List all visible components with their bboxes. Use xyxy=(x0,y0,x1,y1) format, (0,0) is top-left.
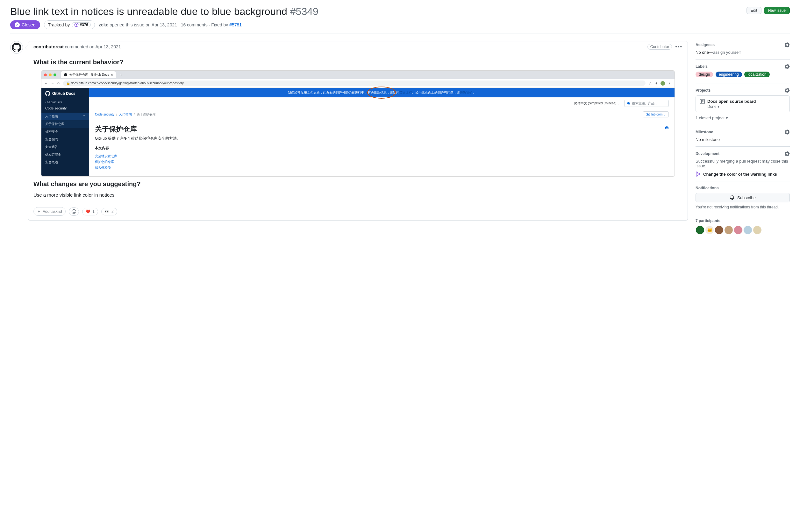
octocat-icon xyxy=(12,43,21,52)
dev-description: Successfully merging a pull request may … xyxy=(695,159,790,168)
project-icon xyxy=(700,99,705,104)
breadcrumb: Code security / 入门指南 / 关于保护仓库 xyxy=(95,112,156,117)
add-tasklist-button[interactable]: ＋ Add tasklist xyxy=(33,207,66,216)
project-status[interactable]: Done ▾ xyxy=(707,104,756,109)
side-nav-item: 关于保护仓库 xyxy=(41,120,89,128)
tracked-by-badge[interactable]: Tracked by #376 xyxy=(44,20,95,29)
edit-button[interactable]: Edit xyxy=(746,7,762,14)
svg-point-10 xyxy=(696,172,697,173)
traffic-max-icon xyxy=(54,74,56,76)
avatar[interactable] xyxy=(10,41,23,54)
gear-icon[interactable] xyxy=(785,151,790,156)
heart-icon: ❤️ xyxy=(86,209,90,214)
side-nav-item: 安全概述 xyxy=(41,158,89,166)
development-heading: Development xyxy=(695,151,720,156)
participant-avatar[interactable] xyxy=(724,226,733,234)
author-link[interactable]: zeke xyxy=(99,22,108,27)
chevron-up-icon: ⌃ xyxy=(83,114,85,119)
reload-icon: ⟳ xyxy=(57,81,60,85)
participant-avatar[interactable] xyxy=(743,226,752,234)
svg-rect-7 xyxy=(700,99,705,104)
issue-closed-icon xyxy=(74,23,79,27)
svg-point-1 xyxy=(76,24,77,25)
new-tab-icon: + xyxy=(120,72,122,77)
svg-point-2 xyxy=(64,73,67,76)
page-subtitle: GitHub 提供了许多可帮助您保护仓库安全的方法。 xyxy=(95,136,669,141)
gear-icon[interactable] xyxy=(785,130,790,135)
title-text: Blue link text in notices is unreadable … xyxy=(10,6,287,17)
participant-avatar[interactable]: 🐱 xyxy=(705,226,714,234)
milestone-heading: Milestone xyxy=(695,130,713,134)
linked-pr[interactable]: Change the color of the warning links xyxy=(695,171,790,176)
participant-avatar[interactable] xyxy=(715,226,724,234)
svg-point-11 xyxy=(696,175,697,176)
nav-back-icon: ← xyxy=(44,81,48,85)
fixed-by-link[interactable]: #5781 xyxy=(229,22,242,27)
comment-box: contributorcat commented on Apr 13, 2021… xyxy=(28,41,688,221)
eyes-icon: 👀 xyxy=(105,209,110,214)
participant-avatar[interactable] xyxy=(753,226,762,234)
state-closed-badge: Closed xyxy=(10,20,40,29)
reaction-eyes[interactable]: 👀 2 xyxy=(101,208,117,215)
svg-rect-8 xyxy=(701,100,702,103)
url-bar: 🔒 docs.github.com/cn/code-security/getti… xyxy=(63,80,646,86)
notice-banner: 我们经常发布文档更新，此页面的翻译可能仍在进行中。有关最新信息，请访问英文文档。… xyxy=(89,88,674,97)
project-card[interactable]: Docs open source board Done ▾ xyxy=(695,95,790,112)
participant-avatar[interactable] xyxy=(695,226,705,234)
search-icon xyxy=(627,102,630,105)
milestone-body: No milestone xyxy=(695,137,790,142)
svg-point-4 xyxy=(72,209,76,213)
new-issue-button[interactable]: New issue xyxy=(764,7,790,14)
issue-meta: zeke opened this issue on Apr 13, 2021 ·… xyxy=(99,22,242,27)
git-merge-icon xyxy=(695,171,701,176)
assign-yourself-link[interactable]: assign yourself xyxy=(713,50,741,55)
subscribe-button[interactable]: Subscribe xyxy=(695,193,790,202)
add-reaction-button[interactable] xyxy=(69,207,79,216)
bell-icon xyxy=(730,195,735,200)
all-products-link: ‹ All products xyxy=(41,99,89,105)
nav-fwd-icon: → xyxy=(51,81,54,85)
lang-selector: 简体中文 (Simplified Chinese) ⌄ xyxy=(574,101,620,106)
side-nav-item: 安全编码 xyxy=(41,136,89,143)
label-engineering[interactable]: engineering xyxy=(715,72,742,77)
section-heading-1: What is the current behavior? xyxy=(33,59,683,66)
suggestion-text: Use a more visible link color in notices… xyxy=(33,192,683,197)
label-localization[interactable]: localization xyxy=(744,72,769,77)
chevron-down-icon: ⌄ xyxy=(617,101,620,105)
tab-close-icon: × xyxy=(111,73,113,77)
github-icon xyxy=(64,73,67,76)
section-heading-2: What changes are you suggesting? xyxy=(33,180,683,188)
tracked-by-ref[interactable]: #376 xyxy=(72,22,91,27)
role-badge: Contributor xyxy=(648,44,672,50)
issue-title: Blue link text in notices is unreadable … xyxy=(10,5,741,18)
embedded-screenshot[interactable]: 关于保护仓库 - GitHub Docs × + ← → ⟳ 🔒 docs.gi… xyxy=(41,70,675,176)
participants-list: 🐱 xyxy=(695,226,790,234)
traffic-close-icon xyxy=(44,74,47,76)
comment-date[interactable]: on Apr 13, 2021 xyxy=(90,44,121,49)
browser-tab: 关于保护仓库 - GitHub Docs × xyxy=(61,71,116,78)
svg-point-3 xyxy=(660,81,665,86)
assignees-heading: Assignees xyxy=(695,43,715,47)
gear-icon[interactable] xyxy=(785,42,790,48)
svg-rect-9 xyxy=(703,100,704,102)
assignees-body: No one—assign yourself xyxy=(695,50,790,55)
profile-avatar-icon xyxy=(660,81,665,86)
github-mark-icon xyxy=(45,91,50,96)
closed-projects-toggle[interactable]: 1 closed project ▾ xyxy=(695,115,790,120)
gear-icon[interactable] xyxy=(785,64,790,69)
label-design[interactable]: design xyxy=(695,72,713,77)
comment-author[interactable]: contributorcat xyxy=(33,44,64,49)
participant-avatar[interactable] xyxy=(734,226,743,234)
gear-icon[interactable] xyxy=(785,88,790,93)
side-nav-item: 供应链安全 xyxy=(41,151,89,158)
star-icon: ☆ xyxy=(649,81,652,86)
browser-menu-icon: ⋮ xyxy=(668,81,671,86)
reaction-heart[interactable]: ❤️ 1 xyxy=(82,208,98,215)
state-label: Closed xyxy=(22,22,36,27)
plus-icon: ＋ xyxy=(37,209,41,214)
page-title: 关于保护仓库 xyxy=(95,125,137,134)
kebab-icon[interactable]: ••• xyxy=(675,44,683,50)
toc-link: 保护您的仓库 xyxy=(95,159,669,165)
chevron-down-icon: ⌄ xyxy=(663,113,666,116)
svg-point-12 xyxy=(699,173,700,175)
